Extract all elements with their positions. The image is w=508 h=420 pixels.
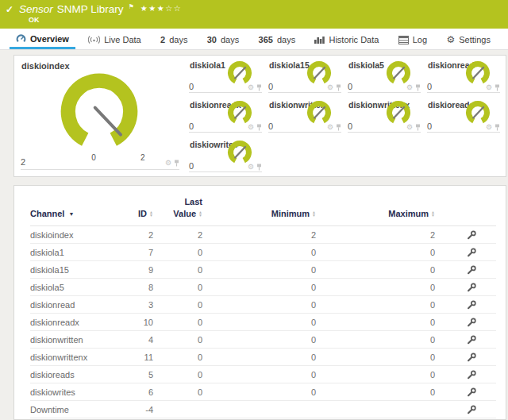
column-header-channel[interactable]: Channel ▼: [30, 209, 117, 218]
small-gauge-cell[interactable]: diskionread 0 ⚙: [424, 56, 503, 96]
pin-icon[interactable]: [256, 84, 262, 91]
gauge-settings-icon[interactable]: ⚙: [486, 124, 492, 131]
table-row[interactable]: diskiola5 8 0 0 0: [30, 279, 496, 296]
channel-minimum: 0: [202, 300, 316, 310]
pin-icon[interactable]: [256, 164, 262, 171]
pin-icon[interactable]: [174, 160, 179, 167]
channel-maximum: 0: [316, 387, 435, 397]
tab-historic-data[interactable]: Historic Data: [308, 30, 385, 49]
gauge-settings-icon[interactable]: ⚙: [327, 84, 333, 91]
small-gauge-cell[interactable]: diskionreadx 0 ⚙: [186, 96, 265, 136]
pin-icon[interactable]: [336, 124, 341, 131]
tab-overview-label: Overview: [30, 34, 69, 44]
sensor-status-bar: ✓ Sensor SNMP Library ⚑ ★★★☆☆ OK: [0, 0, 508, 29]
channel-last-value: 0: [153, 387, 202, 397]
channel-name[interactable]: Downtime: [30, 405, 117, 414]
pin-icon[interactable]: [495, 84, 500, 91]
tab-live-data[interactable]: Live Data: [82, 30, 147, 49]
channel-name[interactable]: diskionwritten: [30, 335, 117, 345]
channel-settings-wrench-icon[interactable]: [467, 370, 476, 380]
channel-settings-wrench-icon[interactable]: [467, 353, 476, 362]
channel-settings-wrench-icon[interactable]: [467, 318, 476, 327]
gauge-settings-icon[interactable]: ⚙: [165, 160, 171, 167]
gauge-settings-icon[interactable]: ⚙: [248, 124, 254, 131]
channel-settings-wrench-icon[interactable]: [467, 300, 476, 310]
main-gauge-cell[interactable]: diskioindex 0 2 2 ⚙: [14, 56, 183, 176]
pin-icon[interactable]: [495, 124, 500, 131]
gauge-settings-icon[interactable]: ⚙: [248, 84, 254, 91]
tab-overview[interactable]: Overview: [10, 30, 75, 49]
channel-name[interactable]: diskionread: [30, 300, 117, 310]
check-icon: ✓: [6, 4, 13, 15]
small-gauge-cell[interactable]: diskioreads 0 ⚙: [424, 96, 503, 136]
channel-minimum: 0: [202, 265, 316, 275]
small-gauge-cell[interactable]: diskionwrittenx 0 ⚙: [344, 96, 424, 136]
channel-name[interactable]: diskiola1: [30, 248, 117, 257]
channel-minimum: 2: [202, 230, 316, 240]
channel-name[interactable]: diskioreads: [30, 370, 117, 380]
table-row[interactable]: Downtime -4: [30, 401, 496, 418]
channel-name[interactable]: diskionwrittenx: [30, 353, 117, 362]
channel-id: 2: [117, 230, 153, 240]
tab-2-days[interactable]: 2 days: [154, 30, 194, 49]
channel-id: 9: [117, 265, 153, 275]
pin-icon[interactable]: [336, 84, 341, 91]
gauge-settings-icon[interactable]: ⚙: [327, 124, 333, 131]
column-header-last-value[interactable]: Last Value ▲▼: [153, 197, 202, 218]
gauge-icon: [16, 33, 26, 44]
small-gauge-cell[interactable]: diskiola15 0 ⚙: [265, 56, 344, 96]
gauge-settings-icon[interactable]: ⚙: [248, 164, 254, 171]
chart-icon: [314, 36, 325, 44]
channel-settings-wrench-icon[interactable]: [467, 230, 476, 240]
channel-name[interactable]: diskiola15: [30, 265, 117, 275]
channel-minimum: 0: [202, 387, 316, 397]
pin-icon[interactable]: [415, 84, 421, 91]
small-gauge-value: 0: [189, 82, 194, 91]
channel-id: 11: [117, 353, 153, 362]
table-row[interactable]: diskionwrittenx 11 0 0 0: [30, 349, 496, 366]
gauge-settings-icon[interactable]: ⚙: [406, 84, 413, 91]
small-gauge-cell[interactable]: diskionwritten 0 ⚙: [265, 96, 344, 136]
log-icon: [398, 36, 409, 44]
star-rating[interactable]: ★★★☆☆: [140, 4, 182, 13]
small-gauge-value: 0: [427, 121, 432, 131]
small-gauge-cell[interactable]: diskiola5 0 ⚙: [344, 56, 424, 96]
channel-last-value: 0: [153, 370, 202, 380]
channel-maximum: 0: [316, 248, 435, 257]
channel-settings-wrench-icon[interactable]: [467, 265, 476, 275]
tab-365-days[interactable]: 365 days: [252, 30, 302, 49]
tab-settings[interactable]: ⚙ Settings: [440, 30, 497, 49]
channel-settings-wrench-icon[interactable]: [467, 248, 476, 257]
channel-name[interactable]: diskiowrites: [30, 387, 117, 397]
flag-icon[interactable]: ⚑: [129, 3, 134, 10]
channel-id: 5: [117, 370, 153, 380]
table-row[interactable]: diskioindex 2 2 2 2: [30, 226, 496, 244]
table-row[interactable]: diskiowrites 6 0 0 0: [30, 383, 496, 401]
channel-name[interactable]: diskionreadx: [30, 318, 117, 327]
column-header-maximum[interactable]: Maximum ▲▼: [316, 209, 435, 218]
column-header-id[interactable]: ID ▲▼: [117, 209, 153, 218]
column-header-minimum[interactable]: Minimum ▲▼: [202, 209, 316, 218]
gauge-settings-icon[interactable]: ⚙: [486, 84, 492, 91]
table-row[interactable]: diskionreadx 10 0 0 0: [30, 314, 496, 331]
table-row[interactable]: diskionwritten 4 0 0 0: [30, 331, 496, 349]
pin-icon[interactable]: [415, 124, 421, 131]
channel-name[interactable]: diskiola5: [30, 283, 117, 292]
tab-historic-data-label: Historic Data: [329, 35, 379, 44]
channel-name[interactable]: diskioindex: [30, 230, 117, 240]
gauge-settings-icon[interactable]: ⚙: [406, 124, 413, 131]
channel-settings-wrench-icon[interactable]: [467, 283, 476, 292]
tab-settings-label: Settings: [459, 35, 491, 44]
table-row[interactable]: diskionread 3 0 0 0: [30, 296, 496, 314]
small-gauge-cell[interactable]: diskiola1 0 ⚙: [186, 56, 265, 96]
channel-settings-wrench-icon[interactable]: [467, 405, 476, 414]
table-row[interactable]: diskiola1 7 0 0 0: [30, 244, 496, 261]
channel-settings-wrench-icon[interactable]: [467, 335, 476, 345]
channel-settings-wrench-icon[interactable]: [467, 387, 476, 397]
tab-30-days[interactable]: 30 days: [201, 30, 246, 49]
table-row[interactable]: diskioreads 5 0 0 0: [30, 366, 496, 383]
tab-log[interactable]: Log: [392, 30, 433, 49]
pin-icon[interactable]: [256, 124, 262, 131]
small-gauge-cell[interactable]: diskiowrites 0 ⚙: [186, 136, 265, 175]
table-row[interactable]: diskiola15 9 0 0 0: [30, 261, 496, 279]
